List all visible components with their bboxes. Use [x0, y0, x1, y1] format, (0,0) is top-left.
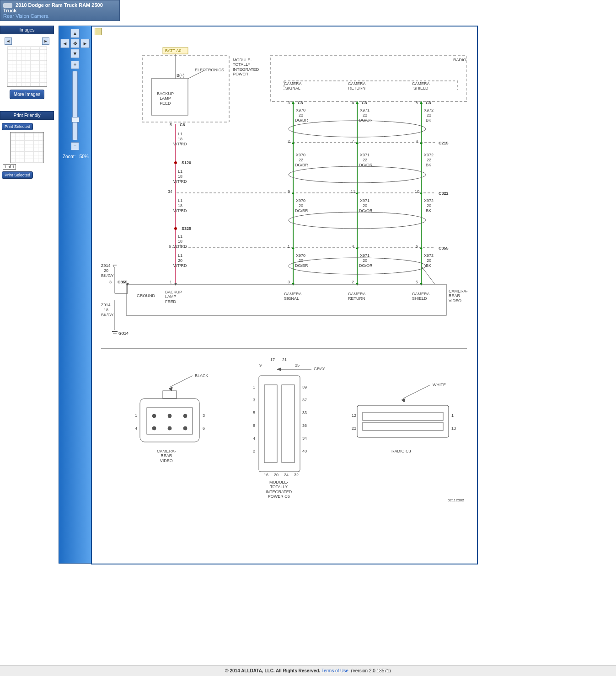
svg-line-45	[403, 385, 430, 399]
svg-rect-5	[270, 56, 467, 101]
zoom-slider-knob[interactable]	[71, 117, 80, 122]
pan-center-button[interactable]: ✥	[70, 39, 80, 48]
terms-link[interactable]: Terms of Use	[321, 668, 348, 673]
header: 2010 Dodge or Ram Truck RAM 2500 Truck R…	[0, 0, 120, 21]
image-nav: ◄ ►	[0, 36, 54, 47]
svg-line-16	[421, 266, 435, 284]
prev-image-button[interactable]: ◄	[5, 37, 12, 45]
svg-rect-40	[282, 385, 295, 463]
sidebar: Images ◄ ► More Images Print Friendly Pr…	[0, 26, 54, 181]
diagram-viewer[interactable]: BATT A0 B(+) ELECTRONICS MODULE- TOTALLY…	[91, 26, 478, 564]
svg-point-34	[168, 426, 171, 430]
zoom-slider[interactable]	[72, 71, 78, 140]
print-thumbnail[interactable]	[10, 132, 44, 163]
more-images-button[interactable]: More Images	[10, 90, 44, 99]
pan-pad: ▲ ◄✥► ▼	[60, 29, 90, 58]
svg-rect-43	[363, 412, 443, 421]
svg-line-37	[170, 376, 193, 387]
pan-down-button[interactable]: ▼	[70, 49, 80, 58]
zoom-out-button[interactable]: −	[71, 142, 79, 150]
images-heading: Images	[0, 26, 54, 34]
page-title: 2010 Dodge or Ram Truck RAM 2500 Truck	[3, 2, 103, 13]
zoom-panel: ▲ ◄✥► ▼ + − Zoom: 50%	[59, 26, 91, 564]
svg-point-35	[183, 426, 187, 430]
svg-point-30	[152, 414, 156, 418]
svg-point-18	[174, 161, 177, 164]
svg-point-19	[174, 227, 177, 230]
svg-rect-28	[140, 399, 199, 442]
next-image-button[interactable]: ►	[42, 37, 49, 45]
batt-label: BATT A0	[165, 48, 181, 53]
wiring-diagram: BATT A0 B(+) ELECTRONICS MODULE- TOTALLY…	[101, 37, 467, 559]
svg-point-32	[183, 414, 187, 418]
copyright: © 2014 ALLDATA, LLC. All Rights Reserved…	[225, 668, 320, 673]
pan-right-button[interactable]: ►	[80, 39, 90, 48]
thumb-caption: 1 of 1	[3, 164, 16, 170]
image-thumbnail[interactable]	[7, 47, 47, 87]
svg-rect-38	[259, 376, 300, 472]
save-icon[interactable]	[95, 28, 102, 35]
svg-point-31	[168, 414, 171, 418]
svg-rect-42	[357, 405, 449, 437]
svg-rect-44	[363, 422, 443, 431]
pan-up-button[interactable]: ▲	[70, 29, 80, 38]
svg-rect-0	[142, 56, 229, 122]
zoom-label: Zoom: 50%	[63, 154, 91, 159]
version: (Version 2.0.13571)	[351, 668, 391, 673]
print-heading: Print Friendly	[0, 111, 54, 120]
zoom-in-button[interactable]: +	[71, 61, 79, 69]
svg-rect-36	[163, 391, 177, 399]
print-selected-button-bottom[interactable]: Print Selected	[2, 171, 33, 179]
car-icon	[3, 3, 12, 8]
print-selected-button-top[interactable]: Print Selected	[2, 123, 33, 130]
pan-left-button[interactable]: ◄	[60, 39, 70, 48]
svg-point-33	[152, 426, 156, 430]
footer: © 2014 ALLDATA, LLC. All Rights Reserved…	[0, 665, 616, 676]
svg-rect-39	[264, 385, 277, 463]
page-subtitle: Rear Vision Camera	[3, 13, 48, 19]
